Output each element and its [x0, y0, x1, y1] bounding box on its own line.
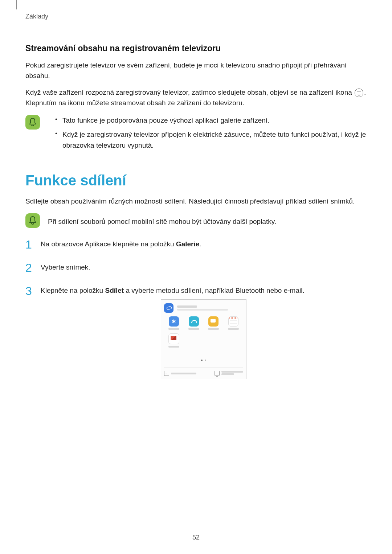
page-number: 52: [0, 534, 392, 541]
share-option-messages: [204, 316, 224, 330]
manual-page: Základy Streamování obsahu na registrova…: [0, 0, 392, 554]
blurred-label: [168, 346, 179, 348]
step-item: Na obrazovce Aplikace klepněte na položk…: [25, 239, 367, 251]
tv-icon: [215, 371, 220, 376]
text-fragment: Klepněte na položku: [41, 287, 105, 294]
note-block: Tato funkce je podporována pouze výchozí…: [25, 115, 367, 154]
text-bold: Sdílet: [105, 287, 124, 294]
share-option-email: [164, 333, 184, 348]
crop-mark: [16, 0, 17, 9]
share-popup-screenshot: [161, 299, 246, 379]
paragraph: Když vaše zařízení rozpozná zaregistrova…: [25, 87, 367, 108]
share-option-wifi-direct: [184, 316, 204, 330]
memo-icon: [228, 316, 238, 327]
note-item: Tato funkce je podporována pouze výchozí…: [55, 115, 367, 126]
bluetooth-icon: [169, 316, 179, 327]
subheading-streaming: Streamování obsahu na registrovaném tele…: [25, 44, 367, 53]
bell-icon: [25, 115, 40, 130]
popup-footer: [164, 368, 243, 376]
pager-dots: [164, 353, 243, 364]
blurred-label: [221, 371, 243, 376]
text-fragment: .: [199, 240, 201, 248]
steps-list: Na obrazovce Aplikace klepněte na položk…: [25, 239, 367, 379]
text-fragment: Na obrazovce Aplikace klepněte na položk…: [41, 240, 176, 248]
note-block: Při sdílení souborů pomocí mobilní sítě …: [25, 213, 367, 228]
note-item: Když je zaregistrovaný televizor připoje…: [55, 129, 367, 151]
cast-icon: [355, 89, 363, 97]
text-bold: Galerie: [176, 240, 199, 248]
email-icon: [168, 333, 179, 344]
note-content: Při sdílení souborů pomocí mobilní sítě …: [48, 213, 367, 227]
paragraph: Sdílejte obsah používáním různých možnos…: [25, 196, 367, 206]
step-item: Vyberte snímek.: [25, 262, 367, 274]
footer-option-smart-view: [215, 371, 243, 376]
blurred-label: [188, 328, 199, 330]
paragraph: Pokud zaregistrujete televizor ve svém z…: [25, 60, 367, 81]
blurred-label: [171, 373, 196, 374]
download-to-device-icon: [164, 371, 169, 376]
popup-header: [164, 303, 243, 313]
blurred-label: [168, 328, 179, 330]
breadcrumb: Základy: [25, 13, 367, 20]
messages-icon: [208, 316, 219, 327]
blurred-text: [177, 305, 228, 311]
wifi-direct-icon: [189, 316, 199, 327]
step-item: Klepněte na položku Sdílet a vyberte met…: [25, 285, 367, 379]
share-option-bluetooth: [164, 316, 184, 330]
blurred-label: [208, 328, 219, 330]
link-sharing-icon: [164, 303, 173, 313]
note-content: Tato funkce je podporována pouze výchozí…: [48, 115, 367, 154]
share-option-memo: [224, 316, 244, 330]
text-fragment: a vyberte metodu sdílení, například Blue…: [124, 287, 304, 294]
bell-icon: [25, 213, 40, 228]
footer-option-transfer: [164, 371, 196, 376]
main-heading-sharing: Funkce sdílení: [25, 172, 367, 189]
share-app-grid: [164, 316, 243, 351]
blurred-label: [228, 328, 239, 330]
text-fragment: Když vaše zařízení rozpozná zaregistrova…: [25, 89, 354, 96]
